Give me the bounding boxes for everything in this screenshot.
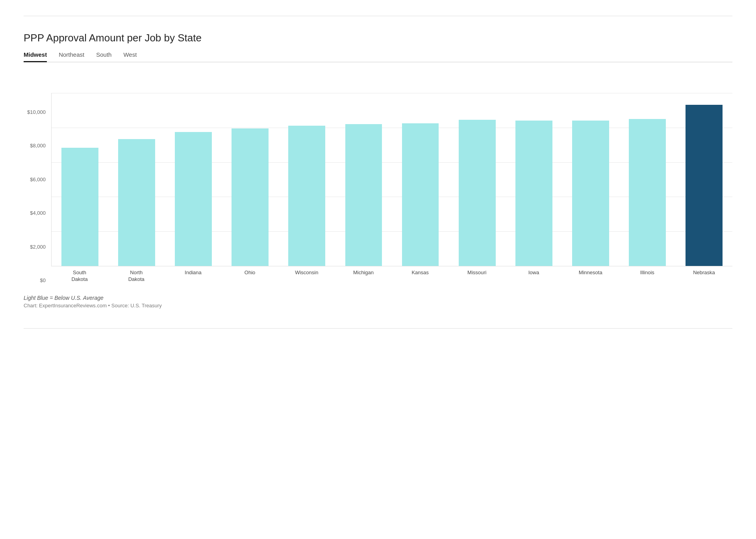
y-axis: $0$2,000$4,000$6,000$8,000$10,000 xyxy=(24,110,51,283)
bar xyxy=(402,123,439,266)
bar xyxy=(288,126,325,266)
bar-group xyxy=(278,93,335,266)
bars-container xyxy=(51,93,732,266)
bar-group xyxy=(52,93,108,266)
x-axis-label: Minnesota xyxy=(562,270,619,283)
bar-group xyxy=(108,93,165,266)
y-axis-label: $10,000 xyxy=(24,110,46,115)
x-axis-label: Nebraska xyxy=(676,270,732,283)
x-axis-label: Ohio xyxy=(222,270,278,283)
tab-midwest[interactable]: Midwest xyxy=(24,51,47,62)
tab-west[interactable]: West xyxy=(123,51,137,62)
bar-group xyxy=(335,93,392,266)
bar-group xyxy=(676,93,732,266)
x-axis-label: SouthDakota xyxy=(51,270,108,283)
bar xyxy=(175,132,212,266)
bar xyxy=(118,139,155,266)
bar xyxy=(686,105,723,266)
chart-area: $0$2,000$4,000$6,000$8,000$10,000 SouthD… xyxy=(24,78,732,283)
x-labels: SouthDakotaNorthDakotaIndianaOhioWiscons… xyxy=(51,270,732,283)
bar xyxy=(572,121,609,266)
x-axis-label: Missouri xyxy=(448,270,505,283)
x-axis-label: Michigan xyxy=(335,270,392,283)
x-axis-label: Kansas xyxy=(392,270,448,283)
legend-note: Light Blue = Below U.S. Average xyxy=(24,295,732,301)
bar xyxy=(515,121,552,266)
x-axis-label: Indiana xyxy=(165,270,221,283)
bar-group xyxy=(506,93,562,266)
x-axis-label: NorthDakota xyxy=(108,270,165,283)
y-axis-label: $8,000 xyxy=(24,143,46,148)
y-axis-label: $0 xyxy=(24,278,46,283)
y-axis-label: $4,000 xyxy=(24,210,46,216)
tab-northeast[interactable]: Northeast xyxy=(59,51,84,62)
x-axis-label: Iowa xyxy=(505,270,562,283)
tab-south[interactable]: South xyxy=(96,51,111,62)
bar-group xyxy=(619,93,676,266)
tab-bar: Midwest Northeast South West xyxy=(24,51,732,62)
legend: Light Blue = Below U.S. Average Chart: E… xyxy=(24,295,732,309)
legend-source: Chart: ExpertInsuranceReviews.com • Sour… xyxy=(24,303,732,309)
bar-group xyxy=(165,93,222,266)
bar xyxy=(629,119,666,266)
bar-group xyxy=(222,93,278,266)
x-axis-label: Illinois xyxy=(619,270,676,283)
bar xyxy=(61,148,98,266)
x-axis-label: Wisconsin xyxy=(278,270,335,283)
y-axis-label: $6,000 xyxy=(24,177,46,182)
bar-group xyxy=(449,93,506,266)
bar xyxy=(459,120,496,266)
y-axis-label: $2,000 xyxy=(24,244,46,249)
bar-group xyxy=(562,93,619,266)
bar xyxy=(232,128,269,266)
bar xyxy=(345,124,382,266)
bars-section: SouthDakotaNorthDakotaIndianaOhioWiscons… xyxy=(51,93,732,283)
bar-group xyxy=(392,93,448,266)
chart-title: PPP Approval Amount per Job by State xyxy=(24,32,732,44)
